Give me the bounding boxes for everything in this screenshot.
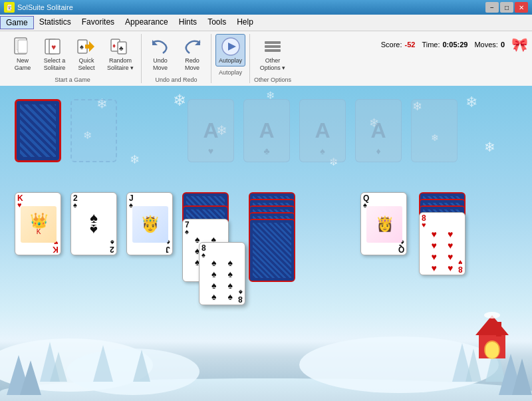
select-solitaire-icon: ♥ [44,36,65,57]
toolbar-group-start: A NewGame ♥ Select aSolitaire [4,34,142,83]
snowflake: ❄ [484,139,495,155]
svg-text:♦: ♦ [112,42,116,49]
quick-select-button[interactable]: ♠ QuickSelect [72,34,101,74]
svg-point-33 [484,340,500,359]
autoplay-group-label: Autoplay [215,69,245,76]
card-8-spades[interactable]: 8 ♠ 8 ♠ ♠♠ ♠♠ ♠♠ ♠♠ [199,242,245,305]
minimize-button[interactable]: − [485,2,499,13]
svg-point-35 [484,312,500,319]
autoplay-button[interactable]: Autoplay [215,34,245,67]
time-label: Time: [422,41,440,49]
quick-select-label: QuickSelect [78,57,94,72]
moves-label: Moves: [474,41,497,49]
stock-pile[interactable] [15,99,61,162]
random-solitaire-label: RandomSolitaire ▾ [107,57,134,72]
winter-trees-bg [0,319,532,401]
menu-hints[interactable]: Hints [174,16,202,29]
waste-pile[interactable] [70,99,117,162]
random-solitaire-button[interactable]: ♦ ♣ RandomSolitaire ▾ [104,34,137,74]
foundation-5[interactable] [411,99,458,162]
card-stack-5e [249,219,295,282]
svg-rect-3 [18,40,27,53]
moves-value: 0 [501,41,505,49]
autoplay-label: Autoplay [219,57,242,65]
title-bar-left: 🃏 SolSuite Solitaire [4,2,73,13]
tableau-col-1[interactable]: K ♥ K ♥ 👑 K [15,192,61,255]
redo-move-label: RedoMove [185,57,200,72]
foundation-2[interactable]: A ♣ [243,99,290,162]
svg-rect-16 [265,41,281,44]
toolbar-group-options: OtherOptions ▾ Other Options [250,34,295,83]
svg-text:♠: ♠ [80,43,84,51]
new-game-label: NewGame [15,57,31,72]
svg-text:♣: ♣ [119,45,124,52]
svg-marker-21 [93,345,113,382]
toolbar-group-autoplay: Autoplay Autoplay [211,34,250,83]
svg-rect-17 [265,45,281,48]
undo-redo-group-label: Undo and Redo [146,76,207,83]
score-label: Score: [381,41,402,49]
score-display: Score: -52 [381,41,416,49]
toolbar-group-undo: UndoMove RedoMove Undo and Redo [142,34,211,83]
undo-icon [150,36,171,57]
score-value: -52 [404,41,415,49]
menu-statistics[interactable]: Statistics [34,16,76,29]
title-controls: − □ ✕ [485,2,528,13]
start-game-group-label: Start a Game [8,76,137,83]
gift-decoration [472,312,512,372]
time-value: 0:05:29 [442,41,467,49]
random-solitaire-icon: ♦ ♣ [110,36,131,57]
card-q-spades[interactable]: Q ♠ Q ♠ 👸 [360,192,407,255]
select-solitaire-button[interactable]: ♥ Select aSolitaire [40,34,69,74]
svg-rect-18 [265,49,281,52]
menu-game[interactable]: Game [0,16,34,29]
other-options-icon [262,36,283,57]
svg-marker-22 [133,350,150,382]
title-bar: 🃏 SolSuite Solitaire − □ ✕ [0,0,532,15]
new-game-icon: A [12,36,33,57]
time-display: Time: 0:05:29 [422,41,467,49]
svg-rect-34 [496,322,501,336]
tableau-col-6[interactable]: Q ♠ Q ♠ 👸 [360,192,407,255]
foundation-3[interactable]: A ♠ [299,99,346,162]
window-title: SolSuite Solitaire [17,3,73,11]
snowflake: ❄ [173,91,186,110]
info-bar: Score: -52 Time: 0:05:29 Moves: 0 🎀 [381,37,528,53]
foundation-4[interactable]: A ♦ [355,99,402,162]
select-solitaire-label: Select aSolitaire [44,57,66,72]
menu-favorites[interactable]: Favorites [76,16,120,29]
options-group-label: Other Options [254,76,291,83]
game-area[interactable]: ❄ ❄ ❄ ❄ ❄ ❄ ❄ ❄ ❄ ❄ ❄ ❄ A ♥ A ♣ A ♠ A ♦ … [0,86,532,401]
card-8-hearts[interactable]: 8 ♥ 8 ♥ ♥♥ ♥♥ ♥♥ ♥♥ [419,212,466,275]
undo-move-label: UndoMove [153,57,168,72]
undo-move-button[interactable]: UndoMove [146,34,175,74]
card-2-spades[interactable]: 2 ♠ 2 ♠ ♠ ♠ [70,192,117,255]
foundation-1[interactable]: A ♥ [188,99,234,162]
red-ribbon-decoration: 🎀 [511,37,528,53]
snowflake: ❄ [466,94,477,111]
other-options-label: OtherOptions ▾ [260,57,286,72]
autoplay-icon [220,36,241,57]
tableau-col-3[interactable]: J ♠ J ♠ 🤴 [126,192,173,255]
toolbar: A NewGame ♥ Select aSolitaire [0,31,532,86]
menu-tools[interactable]: Tools [202,16,231,29]
maximize-button[interactable]: □ [500,2,513,13]
card-j-spades[interactable]: J ♠ J ♠ 🤴 [126,192,173,255]
redo-move-button[interactable]: RedoMove [178,34,207,74]
close-button[interactable]: ✕ [515,2,528,13]
other-options-button[interactable]: OtherOptions ▾ [257,34,289,74]
moves-display: Moves: 0 [474,41,505,49]
new-game-button[interactable]: A NewGame [8,34,37,74]
menu-help[interactable]: Help [231,16,259,29]
menu-bar: Game Statistics Favorites Appearance Hin… [0,15,532,31]
card-k-hearts[interactable]: K ♥ K ♥ 👑 K [15,192,61,255]
tableau-col-2[interactable]: 2 ♠ 2 ♠ ♠ ♠ [70,192,117,255]
app-icon: 🃏 [4,2,15,13]
quick-select-icon: ♠ [76,36,97,57]
svg-text:♥: ♥ [51,43,56,52]
menu-appearance[interactable]: Appearance [120,16,174,29]
redo-icon [182,36,203,57]
snowflake: ❄ [130,152,140,167]
